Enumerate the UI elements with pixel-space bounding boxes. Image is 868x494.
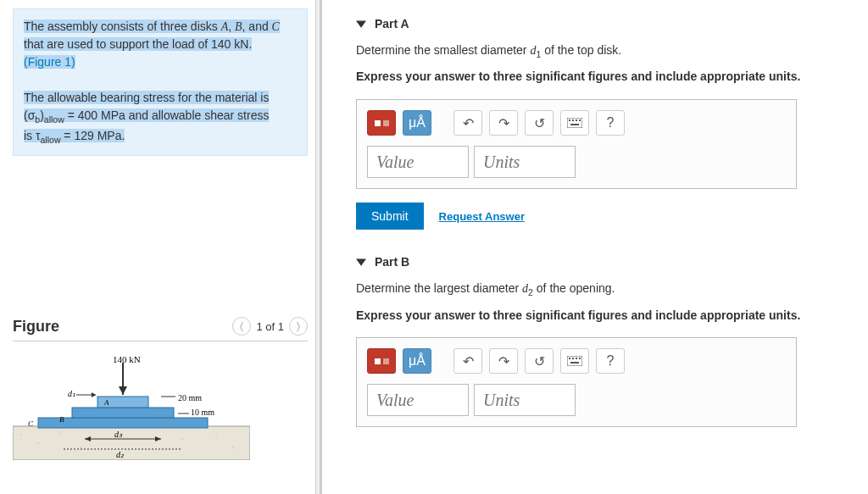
svg-rect-39 bbox=[572, 358, 574, 359]
chevron-down-icon bbox=[356, 19, 366, 29]
svg-rect-38 bbox=[569, 358, 570, 359]
part-a-instruction: Express your answer to three significant… bbox=[356, 69, 843, 86]
part-a-answer-box: μÅ ↶ ↷ ↺ ? bbox=[356, 99, 797, 189]
svg-text:d₁: d₁ bbox=[68, 389, 75, 398]
svg-rect-31 bbox=[569, 119, 570, 121]
redo-button[interactable]: ↷ bbox=[489, 110, 518, 136]
figure-diagram: 140 kN d₁ 20 mm 10 mm A B C d₃ d₂ bbox=[13, 354, 250, 456]
svg-text:C: C bbox=[28, 419, 34, 428]
left-panel: The assembly consists of three disks A, … bbox=[0, 0, 322, 494]
svg-point-5 bbox=[181, 438, 183, 440]
pager-prev[interactable]: 〈 bbox=[232, 317, 251, 336]
svg-text:10 mm: 10 mm bbox=[191, 408, 214, 417]
svg-text:A: A bbox=[103, 398, 109, 407]
part-a-request-answer[interactable]: Request Answer bbox=[439, 210, 525, 223]
svg-text:20 mm: 20 mm bbox=[178, 393, 202, 402]
panel-divider[interactable] bbox=[315, 0, 320, 494]
svg-point-4 bbox=[80, 447, 81, 448]
part-a-submit-button[interactable]: Submit bbox=[356, 203, 424, 230]
svg-marker-15 bbox=[92, 392, 96, 397]
svg-marker-36 bbox=[356, 258, 366, 265]
units-format-button[interactable]: μÅ bbox=[403, 348, 431, 374]
load-label: 140 kN bbox=[113, 354, 141, 364]
template-button[interactable] bbox=[367, 110, 396, 136]
svg-point-3 bbox=[58, 431, 60, 433]
help-button[interactable]: ? bbox=[596, 348, 625, 374]
part-b-value-input[interactable] bbox=[367, 384, 469, 416]
svg-point-1 bbox=[20, 434, 22, 436]
redo-button[interactable]: ↷ bbox=[489, 348, 518, 374]
keyboard-button[interactable] bbox=[560, 348, 589, 374]
part-a-header[interactable]: Part A bbox=[356, 17, 843, 31]
svg-point-6 bbox=[215, 434, 217, 436]
figure-section: Figure 〈 1 of 1 〉 140 kN d₁ bbox=[13, 317, 308, 456]
units-format-button[interactable]: μÅ bbox=[403, 110, 431, 136]
part-b-prompt: Determine the largest diameter d2 of the… bbox=[356, 280, 843, 298]
part-b-header[interactable]: Part B bbox=[356, 255, 843, 269]
svg-rect-34 bbox=[579, 119, 581, 121]
svg-marker-29 bbox=[356, 20, 366, 27]
svg-rect-40 bbox=[576, 358, 577, 359]
keyboard-button[interactable] bbox=[560, 110, 589, 136]
svg-rect-9 bbox=[72, 408, 174, 418]
svg-rect-32 bbox=[572, 119, 574, 121]
svg-rect-41 bbox=[579, 358, 581, 359]
svg-rect-30 bbox=[567, 118, 582, 128]
svg-rect-35 bbox=[570, 124, 579, 125]
figure-link[interactable]: (Figure 1) bbox=[24, 55, 75, 69]
undo-button[interactable]: ↶ bbox=[453, 348, 482, 374]
svg-rect-0 bbox=[13, 426, 250, 460]
svg-text:B: B bbox=[59, 415, 64, 424]
template-button[interactable] bbox=[367, 348, 396, 374]
right-panel: Part A Determine the smallest diameter d… bbox=[322, 0, 868, 494]
help-button[interactable]: ? bbox=[596, 110, 625, 136]
svg-text:d₂: d₂ bbox=[116, 450, 125, 459]
problem-statement: The assembly consists of three disks A, … bbox=[13, 8, 308, 156]
svg-text:d₃: d₃ bbox=[114, 430, 123, 439]
reset-button[interactable]: ↺ bbox=[525, 110, 554, 136]
svg-marker-12 bbox=[119, 386, 127, 395]
keyboard-icon bbox=[567, 118, 582, 128]
part-a-prompt: Determine the smallest diameter d1 of th… bbox=[356, 42, 843, 60]
part-a-body: Determine the smallest diameter d1 of th… bbox=[356, 42, 843, 230]
svg-rect-42 bbox=[570, 362, 579, 364]
part-a-units-input[interactable] bbox=[474, 146, 576, 178]
figure-title: Figure bbox=[13, 318, 59, 336]
figure-pager: 〈 1 of 1 〉 bbox=[232, 317, 308, 336]
part-a-value-input[interactable] bbox=[367, 146, 469, 178]
reset-button[interactable]: ↺ bbox=[525, 348, 554, 374]
part-b-units-input[interactable] bbox=[474, 384, 576, 416]
svg-rect-33 bbox=[576, 119, 577, 121]
part-b-body: Determine the largest diameter d2 of the… bbox=[356, 280, 843, 427]
svg-point-7 bbox=[232, 447, 234, 448]
chevron-down-icon bbox=[356, 257, 366, 267]
svg-rect-37 bbox=[567, 356, 582, 366]
part-b-instruction: Express your answer to three significant… bbox=[356, 308, 843, 325]
svg-point-2 bbox=[37, 442, 39, 444]
pager-next[interactable]: 〉 bbox=[289, 317, 308, 336]
keyboard-icon bbox=[567, 356, 582, 366]
undo-button[interactable]: ↶ bbox=[453, 110, 482, 136]
part-b-answer-box: μÅ ↶ ↷ ↺ ? bbox=[356, 337, 797, 427]
